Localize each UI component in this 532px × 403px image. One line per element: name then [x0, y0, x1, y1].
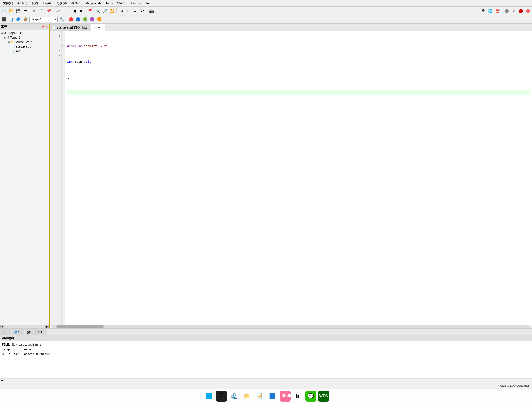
menu-tools[interactable]: Tools [104, 1, 114, 6]
panel-pin-icon[interactable]: 📌 [41, 25, 44, 28]
taskbar-wechat[interactable]: 💬 [305, 391, 316, 402]
search-button[interactable]: 🔍 [95, 8, 101, 14]
paste-button[interactable]: 📌 [46, 8, 52, 14]
menu-peripherals[interactable]: Peripherals [84, 1, 103, 6]
circle-outline[interactable]: ○ [511, 8, 517, 14]
menu-svcs[interactable]: SVCS [115, 1, 127, 6]
config-button[interactable]: ⚙ [480, 8, 486, 14]
target-selector[interactable]: Target 1 [29, 17, 58, 22]
scroll-track[interactable] [51, 325, 530, 328]
replace-button[interactable]: 🔁 [109, 8, 115, 14]
bottom-tab-build[interactable]: 🔷 B... [12, 329, 24, 335]
forward-button[interactable]: ▶ [78, 8, 84, 14]
source-group-item[interactable]: ▣ 📁 Source Group [0, 40, 49, 44]
circle-red[interactable]: ⬤ [518, 8, 524, 14]
fold-4[interactable] [62, 49, 65, 54]
collapse-sourcegroup-icon[interactable]: ▣ [7, 41, 10, 43]
fold-3[interactable]: □ [62, 43, 65, 49]
build-btn5[interactable]: 🟠 [96, 16, 102, 22]
target-config-button[interactable]: 🔧 [59, 16, 65, 22]
taskbar-wps[interactable]: WPS [318, 391, 329, 402]
menu-help[interactable]: Help [143, 1, 153, 6]
tab-ac[interactable]: 📄 a.c [91, 24, 105, 31]
project-root-item[interactable]: ▣ 🗂 Project: 111 [0, 31, 49, 35]
startup-file-item[interactable]: 📄 startup_st... [0, 44, 49, 49]
globe-button[interactable]: 🌐 [487, 8, 494, 14]
taskbar: 🗄 🌊 📁 📝 🟦 bilibili 🖩 💬 WPS [0, 389, 532, 403]
file-icon-ac: 📄 [11, 49, 15, 53]
unindent-button[interactable]: ⇤ [125, 8, 131, 14]
menu-project[interactable]: 工程(P) [40, 1, 54, 6]
fold-2[interactable] [62, 38, 65, 43]
output-scrollbar[interactable]: ◀ [0, 378, 532, 382]
code-content[interactable]: #include "stm32f10x.h" int main(void) { … [65, 31, 532, 324]
taskbar-calculator[interactable]: 🖩 [293, 391, 304, 402]
open-button[interactable]: 📂 [8, 8, 14, 14]
bottom-tab-functions-icon: {} [27, 331, 29, 334]
collapse-project-icon[interactable]: ▣ [1, 32, 3, 34]
bookmark-button[interactable]: 🚩 [88, 8, 94, 14]
format-button[interactable]: ≡ [132, 8, 138, 14]
collapse-target-icon[interactable]: ▣ [4, 36, 6, 39]
save-button[interactable]: 💾 [15, 8, 21, 14]
menu-file[interactable]: 文件(F) [1, 1, 15, 6]
ac-file-item[interactable]: 📄 a.c [0, 49, 49, 53]
output-scroll-left[interactable]: ◀ [1, 379, 3, 382]
bottom-tab-project[interactable]: 🔧 工 [0, 329, 11, 335]
build-btn2[interactable]: 🔵 [75, 16, 81, 22]
output-line-3: Build Time Elapsed: 00:00:00 [2, 352, 530, 356]
format2-button[interactable]: ⇌ [139, 8, 146, 14]
folder-icon: 📁 [10, 40, 14, 44]
svg-rect-0 [206, 393, 209, 396]
output-line-2: Target not created. [2, 347, 530, 352]
menu-cut[interactable]: 剪切(P) [55, 1, 69, 6]
camera-button[interactable]: 📷 [149, 8, 155, 14]
taskbar-file-explorer[interactable]: 🗄 [216, 391, 227, 402]
back-button[interactable]: ◀ [71, 8, 77, 14]
redo-button[interactable]: ↪ [62, 8, 68, 14]
panel-scrollbar[interactable]: ◀ ▶ [0, 324, 49, 328]
build-btn4[interactable]: 🟣 [89, 16, 95, 22]
circle-pink[interactable]: ⬤ [525, 8, 531, 14]
panel-close-button[interactable]: ✕ [45, 25, 48, 29]
taskbar-edge[interactable]: 🌊 [229, 391, 240, 402]
horizontal-scrollbar[interactable] [50, 324, 532, 328]
cut-button[interactable]: ✂ [32, 8, 38, 14]
circle-grey[interactable]: ⬤ [504, 8, 510, 14]
panel-title: 工程 [1, 25, 7, 29]
new-button[interactable]: 📄 [1, 8, 7, 14]
undo-button[interactable]: ↩ [55, 8, 61, 14]
build-btn3[interactable]: 🟢 [82, 16, 88, 22]
copy-button[interactable]: 📋 [38, 8, 45, 14]
menu-window[interactable]: Window [128, 1, 142, 6]
tb2-btn3[interactable]: 🔷 [15, 16, 21, 22]
fold-5[interactable] [62, 54, 65, 59]
tb2-btn2[interactable]: 📊 [8, 16, 14, 22]
find-button[interactable]: 🔎 [102, 8, 108, 14]
target-item[interactable]: ▣ ⚙ Target 1 [0, 35, 49, 40]
taskbar-folder[interactable]: 📁 [241, 391, 252, 402]
taskbar-bilibili[interactable]: bilibili [280, 391, 291, 402]
taskbar-store[interactable]: 🟦 [267, 391, 278, 402]
taskbar-notepad[interactable]: 📝 [254, 391, 265, 402]
tab-startup[interactable]: 📄 startup_stm32f10x_hd.s [50, 24, 90, 31]
line-numbers: 1 2 3 4 5 [50, 31, 62, 324]
scroll-right-arrow[interactable]: ▶ [45, 325, 49, 328]
menu-edit[interactable]: 编辑(E) [15, 1, 29, 6]
bottom-tab-build-icon: 🔷 [14, 331, 18, 334]
scroll-left-arrow[interactable]: ◀ [0, 325, 4, 328]
scroll-thumb[interactable] [56, 325, 104, 328]
bottom-tab-templates[interactable]: 0↓ T... [36, 329, 47, 335]
indent-button[interactable]: ⇥ [118, 8, 124, 14]
tb2-btn1[interactable]: ⬛ [1, 16, 7, 22]
bottom-tab-functions[interactable]: {} F... [25, 329, 35, 335]
taskbar-windows-button[interactable] [203, 391, 214, 402]
code-editor[interactable]: 1 2 3 4 5 □ #include "stm32f10x.h" int m… [50, 31, 532, 324]
fold-1[interactable] [62, 33, 65, 38]
tb2-btn4[interactable]: LOAD 📦 [22, 16, 28, 22]
menu-view[interactable]: 视图 [30, 1, 40, 6]
check-button[interactable]: 🎯 [494, 8, 500, 14]
menu-debug[interactable]: 调试(D) [69, 1, 83, 6]
build-btn1[interactable]: 🔴 [68, 16, 74, 22]
saveall-button[interactable]: 🗃 [22, 8, 28, 14]
